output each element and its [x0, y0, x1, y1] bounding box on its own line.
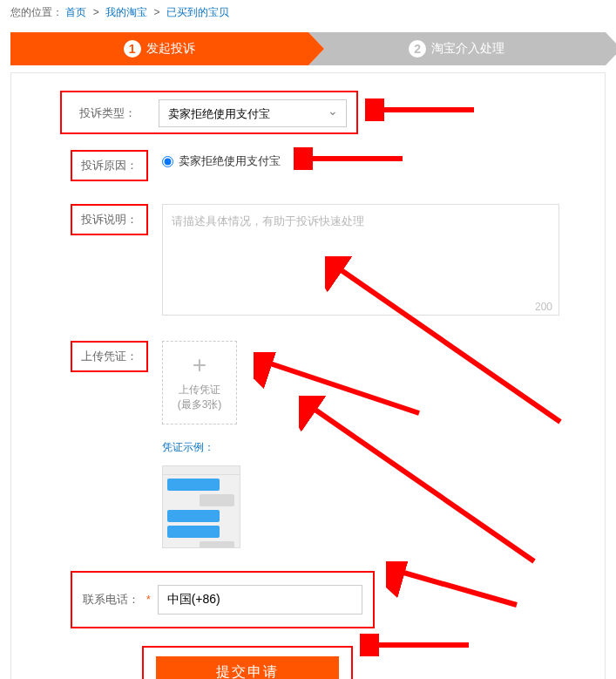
breadcrumb-prefix: 您的位置：	[10, 6, 63, 18]
step-2: 2 淘宝介入处理	[308, 32, 606, 65]
complaint-form: 投诉类型： 卖家拒绝使用支付宝 投诉原因： 卖家拒绝使用支付宝 投诉说明： 20…	[10, 72, 606, 679]
evidence-example-image	[162, 465, 240, 548]
evidence-example-link[interactable]: 凭证示例：	[162, 440, 214, 455]
plus-icon: +	[193, 353, 206, 377]
complaint-reason-option: 卖家拒绝使用支付宝	[179, 153, 281, 169]
field-label-type: 投诉类型：	[71, 99, 145, 127]
breadcrumb: 您的位置： 首页 > 我的淘宝 > 已买到的宝贝	[0, 0, 616, 25]
svg-line-5	[395, 570, 517, 605]
breadcrumb-link-bought[interactable]: 已买到的宝贝	[166, 6, 229, 18]
step-2-num: 2	[409, 40, 426, 58]
submit-wrapper: 提交申请	[142, 646, 353, 679]
annotation-arrow	[365, 98, 478, 121]
annotation-arrow	[386, 561, 525, 614]
upload-evidence-button[interactable]: + 上传凭证 (最多3张)	[162, 341, 237, 424]
upload-hint: (最多3张)	[178, 397, 222, 412]
required-asterisk: *	[146, 594, 151, 606]
step-1-num: 1	[124, 40, 141, 58]
svg-line-4	[308, 404, 534, 561]
field-label-desc: 投诉说明：	[71, 204, 148, 235]
field-phone-wrapper: 联系电话： *	[71, 571, 375, 628]
breadcrumb-link-mytaobao[interactable]: 我的淘宝	[105, 6, 147, 18]
complaint-reason-radio[interactable]	[162, 156, 173, 167]
complaint-type-select[interactable]: 卖家拒绝使用支付宝	[159, 99, 347, 127]
breadcrumb-link-home[interactable]: 首页	[65, 6, 86, 18]
field-label-phone: 联系电话：	[83, 592, 139, 608]
step-1: 1 发起投诉	[10, 32, 308, 65]
annotation-arrow	[294, 147, 407, 170]
field-label-upload: 上传凭证：	[71, 341, 148, 372]
annotation-arrow	[299, 396, 543, 570]
step-1-label: 发起投诉	[146, 41, 195, 57]
step-bar: 1 发起投诉 2 淘宝介入处理	[10, 32, 606, 65]
contact-phone-input[interactable]	[158, 585, 362, 614]
field-label-reason: 投诉原因：	[71, 150, 148, 181]
upload-label: 上传凭证	[179, 383, 220, 397]
submit-button[interactable]: 提交申请	[156, 656, 339, 679]
step-2-label: 淘宝介入处理	[431, 41, 504, 57]
annotation-arrow	[360, 634, 473, 656]
